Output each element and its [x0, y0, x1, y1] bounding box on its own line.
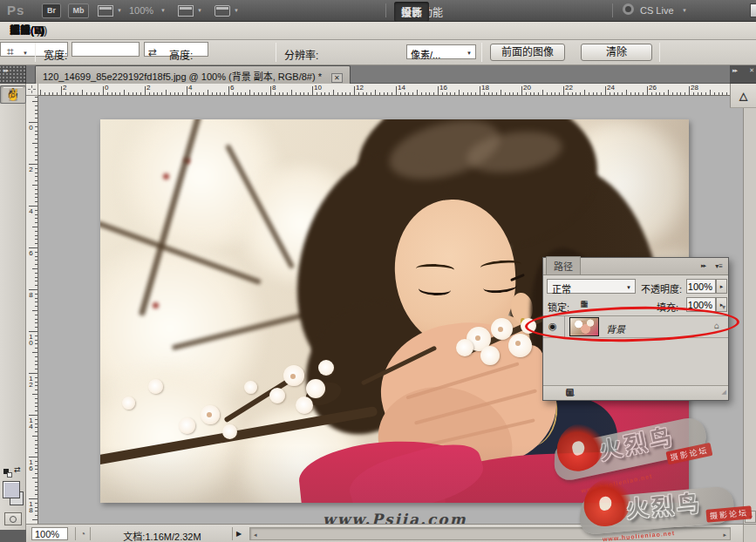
- caret-down-icon[interactable]: ▼: [23, 51, 28, 56]
- ruler-tick: [157, 92, 158, 95]
- ruler-tick: [195, 92, 196, 95]
- ruler-label: 24: [607, 84, 615, 91]
- close-button[interactable]: ✕: [750, 3, 756, 17]
- resolution-unit-select[interactable]: 像素/... ▼: [406, 44, 476, 59]
- ruler-tick: [354, 86, 355, 95]
- ruler-tick: [405, 92, 405, 95]
- ruler-tick: [86, 92, 87, 95]
- ruler-label: 6: [230, 84, 234, 91]
- arrange-documents-icon[interactable]: [98, 5, 113, 17]
- right-panel-dock: ▸▸ ✕ A|¶Mb◫5◑◙❏◍△: [730, 65, 756, 84]
- toolbar-collapse-header[interactable]: ▸▸: [0, 65, 26, 84]
- status-zoom-input[interactable]: 100%: [31, 527, 68, 540]
- ruler-tick: [35, 369, 37, 369]
- ruler-tick: [35, 231, 37, 232]
- ruler-tick: [161, 92, 162, 95]
- ruler-tick: [245, 92, 246, 95]
- ruler-tick: [57, 92, 58, 95]
- ruler-tick: [78, 92, 78, 95]
- ruler-tick: [216, 92, 217, 95]
- panel-menu-icon[interactable]: ▾≡: [715, 262, 723, 270]
- status-menu-arrow-icon[interactable]: ▶: [232, 527, 245, 540]
- ruler-tick: [35, 235, 37, 236]
- panel-tab-路径[interactable]: 路径: [546, 256, 581, 274]
- cs-live-button[interactable]: CS Live ▼: [623, 3, 698, 18]
- ruler-tick: [233, 92, 234, 95]
- panel-collapse-icon[interactable]: ▸▸: [701, 262, 705, 269]
- ruler-tick: [52, 92, 53, 95]
- menu-item-帮助(H)[interactable]: 帮助(H): [0, 22, 55, 39]
- photoshop-window: Ps Br Mb ▼ 100% ▼ ▼ ▼ 基本功能设计绘画摄影» CS Liv…: [0, 0, 756, 542]
- paths-panel-icon[interactable]: △: [730, 84, 756, 108]
- scroll-left-icon[interactable]: ◂: [254, 532, 257, 539]
- ruler-tick: [35, 273, 37, 274]
- ruler-tick: [35, 406, 37, 407]
- ruler-tick: [35, 319, 37, 320]
- caret-down-icon[interactable]: ▼: [160, 8, 166, 13]
- crop-tool-icon[interactable]: ⌗: [7, 44, 14, 59]
- height-label: 高度:: [169, 47, 193, 62]
- opacity-label: 不透明度:: [641, 281, 682, 295]
- ruler-tick: [35, 285, 37, 286]
- vertical-ruler[interactable]: 024681012141618: [26, 96, 38, 524]
- ruler-tick: [701, 92, 702, 95]
- clear-button[interactable]: 清除: [581, 44, 652, 61]
- ruler-tick: [29, 289, 37, 290]
- swap-width-height-icon[interactable]: ⇄: [148, 46, 157, 58]
- ruler-tick: [32, 227, 37, 227]
- ruler-tick: [408, 92, 409, 95]
- caret-down-icon[interactable]: ▼: [234, 8, 239, 13]
- collapse-icon: ▸▸: [732, 67, 737, 73]
- zoom-level-control[interactable]: 100%: [129, 5, 153, 16]
- ruler-origin-corner[interactable]: [26, 84, 38, 96]
- stamp-title: 火烈鸟: [624, 484, 703, 523]
- horizontal-ruler[interactable]: 20246810121416182022242628: [38, 84, 743, 96]
- swap-colors-icon[interactable]: ⇄: [3, 467, 23, 478]
- front-image-button[interactable]: 前面的图像: [490, 44, 565, 61]
- close-icon[interactable]: ✕: [749, 67, 753, 74]
- ruler-tick: [35, 364, 37, 365]
- opacity-value[interactable]: 100%: [686, 279, 716, 294]
- ruler-tick: [35, 197, 37, 198]
- ruler-tick: [35, 444, 37, 445]
- launch-mini-bridge-button[interactable]: Mb: [68, 3, 89, 18]
- caret-down-icon[interactable]: ▼: [117, 8, 122, 13]
- ruler-tick: [35, 461, 37, 462]
- ruler-tick: [714, 92, 715, 95]
- ruler-tick: [220, 92, 221, 95]
- ruler-label: 20: [523, 84, 531, 91]
- quick-mask-button[interactable]: [4, 512, 22, 525]
- panel-resize-grip[interactable]: ◢: [722, 389, 726, 396]
- height-input[interactable]: [72, 42, 140, 57]
- ruler-tick: [182, 92, 183, 95]
- opacity-spinner-icon[interactable]: ▸: [716, 279, 727, 294]
- ruler-tick: [317, 92, 317, 95]
- ruler-tick: [568, 92, 569, 95]
- caret-down-icon: ▼: [682, 8, 687, 13]
- ruler-tick: [35, 252, 37, 253]
- blend-mode-select[interactable]: 正常 ▼: [547, 279, 636, 294]
- screen-mode-icon[interactable]: [178, 5, 194, 17]
- caret-down-icon[interactable]: ▼: [197, 8, 202, 13]
- stamp-subtitle: 摄影论坛: [705, 505, 752, 522]
- ruler-tick: [345, 92, 346, 95]
- ruler-tick: [283, 92, 283, 95]
- workspace-»[interactable]: »: [394, 2, 414, 19]
- vertical-scrollbar[interactable]: ▼: [743, 96, 756, 524]
- ruler-tick: [35, 218, 37, 219]
- foreground-color-swatch[interactable]: [3, 481, 20, 498]
- close-document-icon[interactable]: ✕: [331, 73, 343, 83]
- ruler-tick: [133, 92, 133, 95]
- ruler-tick: [312, 86, 313, 95]
- list-scroll-down-icon[interactable]: ▾: [722, 303, 725, 311]
- dock-header[interactable]: ▸▸ ✕: [730, 65, 756, 84]
- delete-layer-icon[interactable]: ▥: [566, 386, 574, 400]
- view-extras-icon[interactable]: [215, 5, 230, 17]
- ruler-tick: [392, 92, 392, 95]
- launch-bridge-button[interactable]: Br: [42, 3, 61, 18]
- zoom-tool[interactable]: ⌕: [0, 85, 26, 104]
- ruler-tick: [140, 92, 141, 95]
- ruler-label: 10: [27, 333, 35, 345]
- ruler-tick: [35, 403, 37, 403]
- document-tab[interactable]: 120_14699_85e229192fd18f5.jpg @ 100% (背景…: [35, 65, 351, 84]
